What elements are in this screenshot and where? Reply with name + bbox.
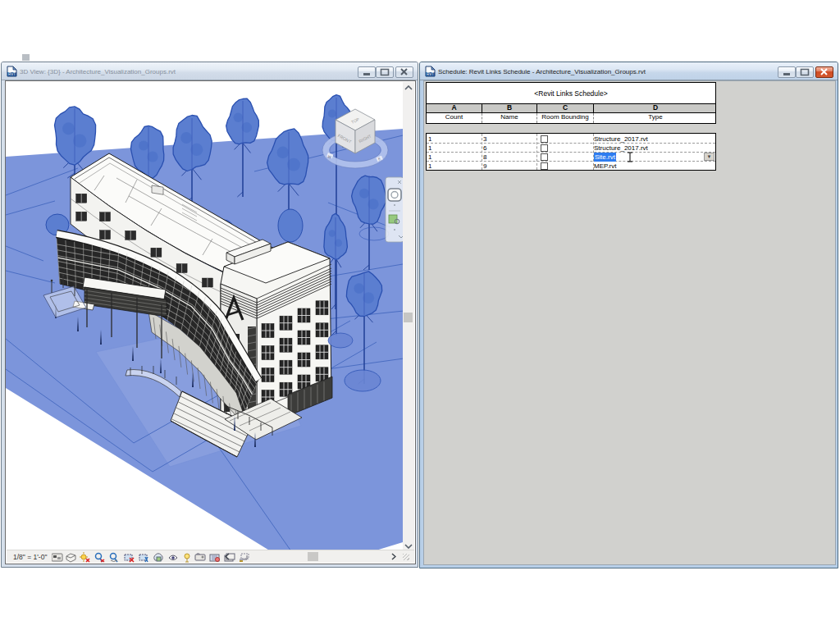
- svg-text:RVT: RVT: [427, 72, 434, 76]
- svg-text:RVT: RVT: [8, 72, 16, 76]
